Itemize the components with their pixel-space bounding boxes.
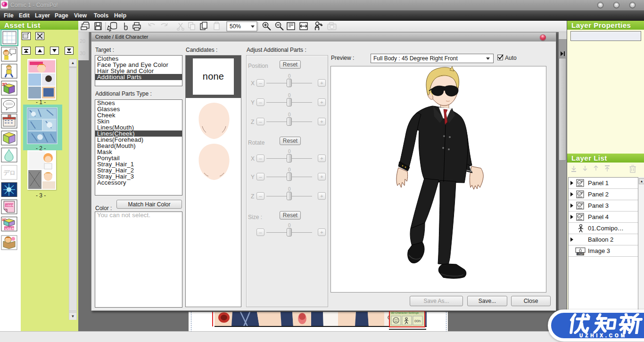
svg-text:USER: USER xyxy=(5,227,14,230)
svg-text:USER: USER xyxy=(577,252,584,255)
svg-text:00h: 00h xyxy=(414,319,421,323)
svg-text:USER: USER xyxy=(6,204,14,207)
svg-text:50%: 50% xyxy=(230,23,241,30)
svg-text:デロ: デロ xyxy=(3,169,16,176)
